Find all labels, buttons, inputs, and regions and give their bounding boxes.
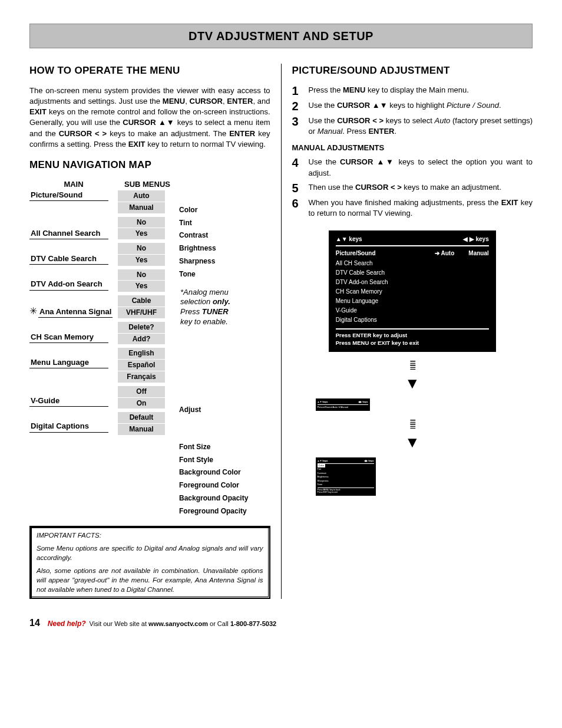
facts-title: IMPORTANT FACTS: (37, 531, 263, 540)
step-2: 2Use the CURSOR ▲▼ keys to highlight Pic… (292, 100, 533, 112)
osd-item: Picture/Sound (336, 249, 376, 258)
main-digital-captions: Digital Captions (29, 421, 108, 432)
key-enter: ENTER (229, 129, 255, 138)
key-menu: MENU (163, 97, 185, 106)
tert-tint: Tint (177, 218, 270, 229)
menu-nav-map-heading: MENU NAVIGATION MAP (29, 158, 270, 172)
option-manual: Manual (318, 127, 343, 136)
down-arrow-icon: ≡≡▼ (292, 420, 533, 453)
main-dtv-cable-search: DTV Cable Search (29, 253, 108, 265)
key-enter: ENTER (368, 127, 394, 136)
key-cursor-updown: CURSOR ▲▼ (337, 101, 388, 110)
osd-option-manual: Manual (468, 249, 488, 258)
sub-default: Default (118, 412, 165, 423)
text: ◀▶ keys (364, 459, 373, 463)
sub-manual: Manual (118, 202, 165, 213)
tert-brightness: Brightness (177, 243, 270, 254)
tert-font-style: Font Style (177, 454, 270, 466)
tert-fg-color: Foreground Color (177, 480, 270, 491)
down-arrow-icon: ≡≡▼ (292, 361, 533, 394)
osd-mini-item: Brightness (318, 475, 374, 479)
osd-mini-item: Color (318, 464, 326, 467)
step-6: 6When you have finished making adjustmen… (292, 197, 533, 219)
text: *Analog menu (180, 288, 229, 297)
text: . (499, 101, 501, 110)
text: key to return to normal TV viewing. (147, 140, 266, 149)
sub-on: On (118, 398, 165, 409)
sub-yes: Yes (118, 228, 165, 239)
sub-yes: Yes (118, 255, 165, 266)
osd-keys-updown: ▲▼ keys (336, 235, 362, 243)
text: When you have finished making adjustment… (309, 198, 501, 207)
analog-menu-note: *Analog menu selection only. Press TUNER… (180, 288, 270, 328)
main-picture-sound: Picture/Sound (29, 190, 108, 201)
osd-hint-exit: Press MENU or EXIT key to exit (336, 339, 489, 347)
text: keys to make an adjustment. The (110, 129, 229, 138)
tert-bg-color: Background Color (177, 467, 270, 478)
tert-font-size: Font Size (177, 442, 270, 453)
text: selection (180, 297, 213, 306)
osd-item: DTV Cable Search (336, 268, 489, 278)
key-cursor: CURSOR (190, 97, 223, 106)
tert-fg-opacity: Foreground Opacity (177, 506, 270, 517)
sub-no: No (118, 243, 165, 254)
key-enter: ENTER (227, 97, 253, 106)
sub-delete: Delete? (118, 322, 165, 333)
tert-sharpness: Sharpness (177, 256, 270, 267)
text: key to enable. (180, 317, 228, 326)
osd-mini-item: Tint (318, 467, 374, 472)
text: ▲▼ keys (318, 400, 328, 404)
asterisk-icon: ✳ (29, 306, 37, 316)
key-menu: MENU (343, 85, 365, 94)
osd-hint-enter: Press ENTER key to adjust (336, 331, 489, 339)
menu-item: Picture / Sound (447, 101, 499, 110)
main-menu-language: Menu Language (29, 357, 108, 368)
osd-list: All CH Search DTV Cable Search DTV Add-o… (336, 259, 489, 325)
two-column-layout: HOW TO OPERATE THE MENU The on-screen me… (29, 64, 533, 599)
osd-selected-auto: ➔ Auto (435, 249, 454, 258)
key-cursor-updown: CURSOR ▲▼ (340, 157, 395, 166)
text: Picture/Sound Auto ➔ Manual (318, 405, 368, 409)
sub-vhfuhf: VHF/UHF (118, 307, 165, 318)
sub-francais: Français (118, 371, 165, 383)
right-column: PICTURE/SOUND ADJUSTMENT 1Press the MENU… (292, 64, 533, 599)
sub-manual: Manual (118, 424, 165, 435)
sub-cable: Cable (118, 295, 165, 307)
text: keys to select (384, 116, 434, 125)
text: ▲▼ keys (318, 459, 328, 463)
tert-tone: Tone (177, 269, 270, 280)
key-exit: EXIT (128, 140, 146, 149)
phone-number: 1-800-877-5032 (230, 620, 276, 627)
step-4: 4Use the CURSOR ▲▼ keys to select the op… (292, 157, 533, 178)
osd-mini-1: ▲▼ keys◀▶ keys Picture/Sound Auto ➔ Manu… (316, 398, 370, 410)
osd-item: Menu Language (336, 297, 489, 306)
text: Use the (309, 116, 338, 125)
text: keys to make an adjustment. (402, 183, 501, 192)
header-main: MAIN (29, 179, 118, 190)
sub-add: Add? (118, 334, 165, 345)
osd-item: Digital Captions (336, 315, 489, 325)
osd-item: DTV Add-on Search (336, 278, 489, 287)
option-auto: Auto (434, 116, 450, 125)
main-v-guide: V-Guide (29, 396, 108, 407)
key-cursor-leftright: CURSOR < > (337, 116, 384, 125)
text: . (394, 127, 396, 136)
text: Press the (309, 85, 343, 94)
text: keys to highlight (388, 101, 447, 110)
tert-color: Color (177, 205, 270, 216)
osd-main-menu: ▲▼ keys ◀ ▶ keys Picture/Sound ➔ Auto Ma… (329, 230, 496, 352)
steps-list: 1Press the MENU key to display the Main … (292, 85, 533, 137)
text: Visit our Web site at (90, 620, 148, 627)
manual-adjustments-subhead: MANUAL ADJUSTMENTS (292, 143, 533, 153)
osd-mini-item: Sharpness (318, 479, 374, 483)
step-3: 3Use the CURSOR < > keys to select Auto … (292, 116, 533, 137)
text: ◀▶ keys (358, 400, 368, 404)
how-to-operate-heading: HOW TO OPERATE THE MENU (29, 64, 270, 78)
menu-tree: MAIN Picture/Sound All Channel Search DT… (29, 179, 270, 519)
osd-mini-item: Contrast (318, 471, 374, 475)
picture-sound-heading: PICTURE/SOUND ADJUSTMENT (292, 64, 533, 78)
text: . Press (342, 127, 368, 136)
intro-paragraph: The on-screen menu system provides the v… (29, 85, 270, 150)
osd-item: All CH Search (336, 259, 489, 268)
header-submenus: SUB MENUS (118, 179, 177, 190)
